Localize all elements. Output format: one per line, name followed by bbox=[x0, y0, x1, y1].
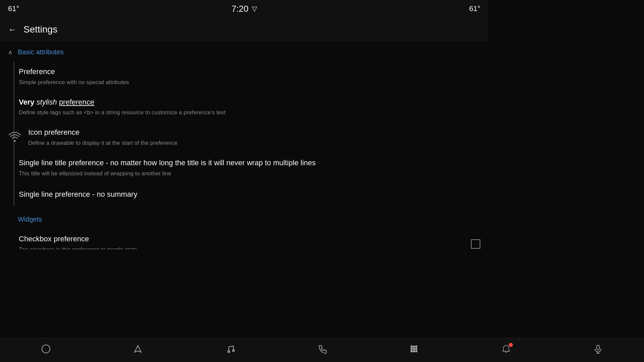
preference-content-stylish: Very stylish preference Define style tag… bbox=[19, 97, 480, 117]
preference-item-single-line-title[interactable]: Single line title preference - no matter… bbox=[0, 153, 488, 183]
title-bold-part: Very bbox=[19, 98, 37, 106]
preference-title-text: Preference bbox=[19, 67, 55, 76]
preference-title-no-summary: Single line preference - no summary bbox=[19, 189, 480, 200]
preference-summary-checkbox: Tap anywhere in this preference to toggl… bbox=[19, 246, 466, 249]
wifi-icon bbox=[9, 131, 21, 143]
preference-item-icon[interactable]: Icon preference Define a drawable to dis… bbox=[0, 122, 488, 153]
preference-content-checkbox: Checkbox preference Tap anywhere in this… bbox=[19, 234, 466, 249]
preference-content-preference: Preference Simple preference with no spe… bbox=[19, 67, 480, 86]
preference-content-icon: Icon preference Define a drawable to dis… bbox=[28, 127, 480, 147]
content-area: ∧ Basic attributes Preference Simple pre… bbox=[0, 42, 488, 249]
preference-summary-stylish: Define style tags such as <b> in a strin… bbox=[19, 109, 480, 117]
top-bar: ← Settings bbox=[0, 17, 488, 42]
preference-item-stylish[interactable]: Very stylish preference Define style tag… bbox=[0, 92, 488, 122]
preference-item-preference[interactable]: Preference Simple preference with no spe… bbox=[0, 61, 488, 92]
title-italic-part: stylish bbox=[37, 98, 59, 106]
back-arrow-icon: ← bbox=[8, 24, 17, 35]
preference-title-icon: Icon preference bbox=[28, 127, 480, 138]
basic-attributes-section-header[interactable]: ∧ Basic attributes bbox=[0, 42, 488, 61]
preference-summary-single-line: This title will be ellipsized instead of… bbox=[19, 170, 480, 178]
widgets-section-header[interactable]: ∧ Widgets bbox=[0, 209, 488, 229]
status-center: 7:20 ▽ bbox=[231, 4, 257, 14]
preference-item-checkbox[interactable]: Checkbox preference Tap anywhere in this… bbox=[0, 229, 488, 249]
status-bar: 61° 7:20 ▽ 61° bbox=[0, 0, 488, 17]
checkbox-widget[interactable] bbox=[471, 239, 480, 249]
widgets-section: ∧ Widgets Checkbox preference Tap anywhe… bbox=[0, 209, 488, 249]
status-time: 7:20 bbox=[231, 4, 249, 14]
preference-item-no-summary[interactable]: Single line preference - no summary bbox=[0, 183, 488, 206]
preference-title-single-line: Single line title preference - no matter… bbox=[19, 158, 455, 168]
basic-attributes-title: Basic attributes bbox=[18, 48, 64, 56]
status-temp-right: 61° bbox=[469, 4, 480, 13]
widgets-title: Widgets bbox=[18, 216, 42, 223]
preference-summary-icon: Define a drawable to display it at the s… bbox=[28, 139, 480, 147]
basic-attributes-collapse-icon[interactable]: ∧ bbox=[8, 49, 12, 56]
preference-summary-preference: Simple preference with no special attrib… bbox=[19, 78, 480, 86]
back-button[interactable]: ← bbox=[8, 24, 17, 35]
basic-attributes-content: Preference Simple preference with no spe… bbox=[0, 61, 488, 206]
wifi-signal-icon: ▽ bbox=[252, 5, 257, 13]
preference-title-checkbox: Checkbox preference bbox=[19, 234, 466, 244]
status-temp-left: 61° bbox=[8, 4, 19, 13]
title-underline-part: preference bbox=[59, 98, 94, 106]
preference-content-no-summary: Single line preference - no summary bbox=[19, 189, 480, 200]
preference-title-preference: Preference bbox=[19, 67, 480, 77]
checkbox-widget-container[interactable] bbox=[471, 239, 480, 249]
preference-icon-wifi bbox=[8, 131, 21, 143]
preference-title-stylish: Very stylish preference bbox=[19, 97, 480, 108]
preference-content-single-line: Single line title preference - no matter… bbox=[19, 158, 480, 178]
page-title: Settings bbox=[23, 24, 57, 35]
